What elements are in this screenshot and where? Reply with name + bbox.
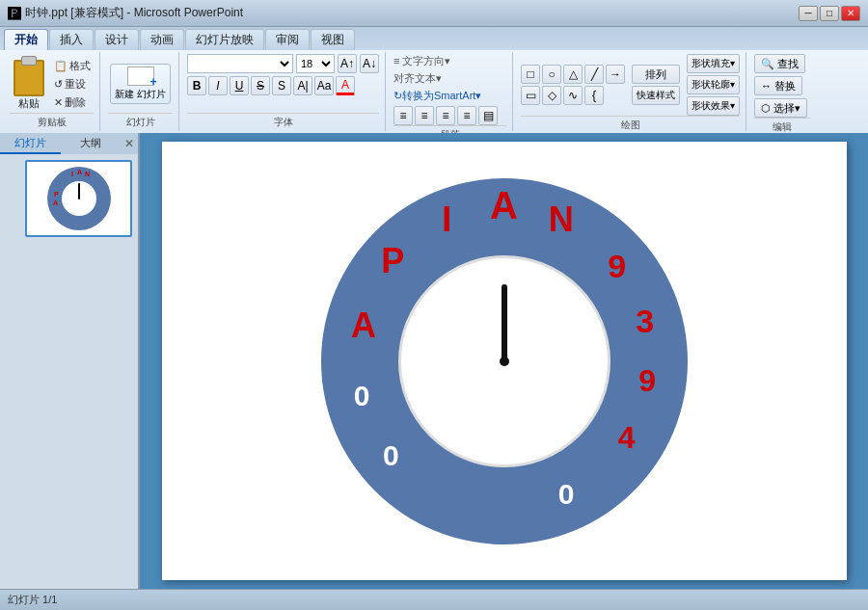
tab-animation[interactable]: 动画 (140, 29, 184, 50)
convert-smartart-label: ↻转换为SmartArt▾ (393, 89, 481, 103)
font-row2: B I U S S A| Aa A (187, 76, 355, 95)
status-bar: 幻灯片 1/1 (0, 589, 868, 610)
thumbnail-clock: I A N P A (45, 165, 113, 232)
slide-thumbnail[interactable]: I A N P A (25, 160, 132, 237)
tab-view[interactable]: 视图 (311, 29, 355, 50)
find-button[interactable]: 🔍 查找 (754, 54, 805, 73)
select-button[interactable]: ⬡ 选择▾ (754, 98, 807, 118)
font-name-select[interactable] (187, 54, 293, 73)
curve-button[interactable]: ∿ (563, 86, 583, 105)
column-button[interactable]: ▤ (478, 106, 498, 125)
clipboard-inner: 粘贴 📋 格式 ↺ 重设 ✕ 删除 (10, 54, 94, 113)
tab-start[interactable]: 开始 (4, 29, 48, 50)
close-button[interactable]: ✕ (841, 6, 860, 21)
effect-button[interactable]: 形状效果▾ (687, 96, 740, 116)
underline-button[interactable]: U (230, 76, 249, 95)
circle-button[interactable]: ○ (542, 65, 561, 84)
tab-insert[interactable]: 插入 (49, 29, 94, 50)
canvas-area: IANP9A309004 (140, 133, 868, 589)
arrange-button[interactable]: 排列 (632, 65, 680, 84)
align-center-button[interactable]: ≡ (415, 106, 434, 125)
bracket-button[interactable]: { (584, 86, 604, 105)
paste-button[interactable]: 粘贴 (10, 58, 48, 113)
arrange-fill-buttons: 排列 快速样式 (632, 65, 680, 105)
clipboard-group: 粘贴 📋 格式 ↺ 重设 ✕ 删除 剪贴板 (4, 52, 100, 131)
rect-button[interactable]: □ (521, 65, 540, 84)
maximize-button[interactable]: □ (820, 6, 839, 21)
quick-style-button[interactable]: 快速样式 (632, 86, 680, 105)
clock-label-n: N (549, 199, 574, 240)
font-case-button[interactable]: Aa (314, 76, 334, 95)
reset-button[interactable]: ↺ 重设 (51, 76, 94, 93)
font-inner: 18 A↑ A↓ B I U S S A| Aa A (187, 54, 379, 113)
window-controls[interactable]: ─ □ ✕ (799, 6, 860, 21)
fill-outline-buttons: 形状填充▾ 形状轮廓▾ 形状效果▾ (687, 54, 740, 116)
paste-label: 粘贴 (18, 96, 40, 111)
align-left-button[interactable]: ≡ (393, 106, 413, 125)
clock-label-a: A (490, 183, 518, 226)
ribbon: 开始 插入 设计 动画 幻灯片放映 审阅 视图 粘贴 📋 格式 ↺ 重设 ✕ 删… (0, 27, 868, 133)
char-spacing-button[interactable]: A| (293, 76, 312, 95)
bold-button[interactable]: B (187, 76, 206, 95)
paragraph-align-buttons: ≡ ≡ ≡ ≡ ▤ (393, 106, 498, 125)
ribbon-content: 粘贴 📋 格式 ↺ 重设 ✕ 删除 剪贴板 新建 幻灯片 幻灯片 (0, 50, 868, 133)
shape-buttons: □ ○ △ ╱ → ▭ ◇ ∿ { (521, 65, 625, 105)
line-button[interactable]: ╱ (584, 65, 604, 84)
svg-text:P: P (54, 191, 59, 198)
title-bar-left: 🅿 时钟.ppt [兼容模式] - Microsoft PowerPoint (8, 5, 243, 21)
minimize-button[interactable]: ─ (799, 6, 818, 21)
font-label: 字体 (187, 113, 379, 129)
slides-tab[interactable]: 幻灯片 (0, 133, 61, 154)
shrink-font-button[interactable]: A↓ (360, 54, 379, 73)
text-direction-label: ≡ 文字方向▾ (393, 54, 450, 68)
font-color-button[interactable]: A (336, 76, 355, 95)
new-slide-icon (127, 66, 154, 86)
delete-button[interactable]: ✕ 删除 (51, 94, 94, 111)
clock-hand (502, 284, 507, 361)
svg-text:A: A (53, 199, 58, 206)
slides-group: 新建 幻灯片 幻灯片 (102, 52, 179, 131)
triangle-button[interactable]: △ (563, 65, 583, 84)
slide-canvas[interactable]: IANP9A309004 (162, 142, 847, 580)
new-slide-button[interactable]: 新建 幻灯片 (110, 64, 171, 104)
italic-button[interactable]: I (208, 76, 228, 95)
arrow-button[interactable]: → (606, 65, 625, 84)
paragraph-row3: ↻转换为SmartArt▾ (393, 89, 481, 103)
font-size-select[interactable]: 18 (296, 54, 335, 73)
diamond-button[interactable]: ◇ (542, 86, 561, 105)
clock-label-0: 0 (354, 380, 370, 412)
outline-tab[interactable]: 大纲 (61, 133, 122, 154)
panel-close-button[interactable]: ✕ (121, 133, 138, 154)
slides-label: 幻灯片 (108, 113, 173, 129)
window-title: 时钟.ppt [兼容模式] - Microsoft PowerPoint (25, 5, 243, 21)
slides-inner: 新建 幻灯片 (108, 54, 173, 113)
paste-icon (14, 60, 44, 96)
tab-slideshow[interactable]: 幻灯片放映 (185, 29, 264, 50)
slide-panel: 幻灯片 大纲 ✕ 1 I A N P A (0, 133, 140, 589)
fill-button[interactable]: 形状填充▾ (687, 54, 740, 73)
title-bar: 🅿 时钟.ppt [兼容模式] - Microsoft PowerPoint ─… (0, 0, 868, 27)
shadow-button[interactable]: S (272, 76, 291, 95)
clock[interactable]: IANP9A309004 (321, 178, 688, 544)
format-button[interactable]: 📋 格式 (51, 58, 94, 74)
slide-panel-tabs: 幻灯片 大纲 ✕ (0, 133, 138, 154)
clipboard-small-buttons: 📋 格式 ↺ 重设 ✕ 删除 (51, 58, 94, 111)
grow-font-button[interactable]: A↑ (338, 54, 357, 73)
tab-review[interactable]: 审阅 (265, 29, 310, 50)
paragraph-group: ≡ 文字方向▾ 对齐文本▾ ↻转换为SmartArt▾ ≡ ≡ ≡ ≡ ▤ 段落 (388, 52, 513, 131)
outline-button[interactable]: 形状轮廓▾ (687, 75, 740, 94)
font-row1: 18 A↑ A↓ (187, 54, 379, 73)
shape-row2: ▭ ◇ ∿ { (521, 86, 625, 105)
clipboard-label: 剪贴板 (10, 113, 94, 129)
justify-button[interactable]: ≡ (457, 106, 476, 125)
strikethrough-button[interactable]: S (251, 76, 270, 95)
rounded-rect-button[interactable]: ▭ (521, 86, 540, 105)
drawing-inner: □ ○ △ ╱ → ▭ ◇ ∿ { 排列 快速样式 (521, 54, 740, 116)
editing-label: 编辑 (754, 118, 810, 134)
slide-list: 1 I A N P A (0, 154, 138, 243)
clock-center (500, 357, 509, 366)
tab-design[interactable]: 设计 (95, 29, 139, 50)
replace-button[interactable]: ↔ 替换 (754, 76, 802, 95)
align-right-button[interactable]: ≡ (436, 106, 455, 125)
main-area: 幻灯片 大纲 ✕ 1 I A N P A (0, 133, 868, 589)
